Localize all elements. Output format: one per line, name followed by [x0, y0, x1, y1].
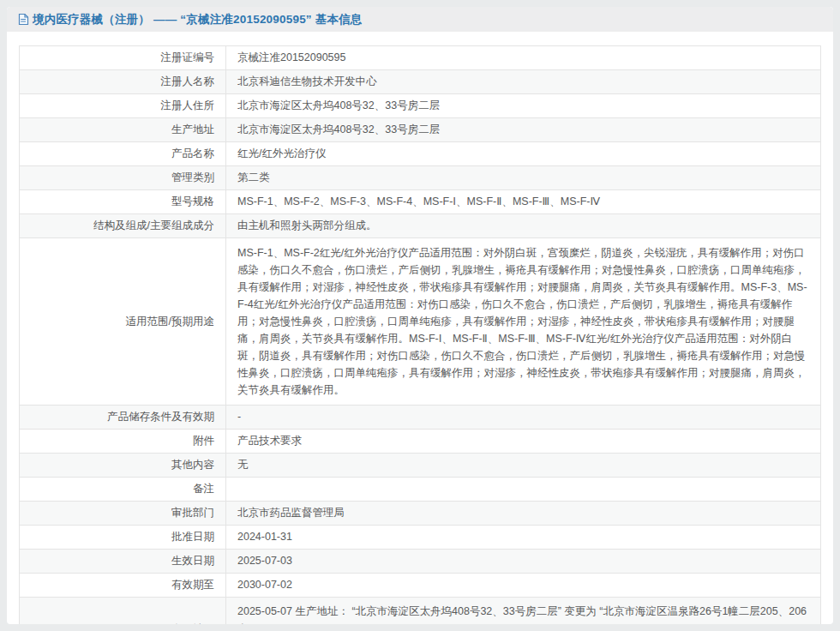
- row-value: -: [226, 406, 821, 430]
- row-other-content: 其他内容 无: [20, 454, 821, 478]
- document-icon: [17, 13, 29, 26]
- row-label: 结构及组成/主要组成成分: [20, 214, 226, 238]
- row-label: 批准日期: [20, 526, 226, 550]
- row-management-class: 管理类别 第二类: [20, 166, 821, 190]
- row-remarks: 备注: [20, 478, 821, 502]
- row-value: 第二类: [226, 166, 821, 190]
- row-value: 京械注准20152090595: [226, 46, 821, 70]
- panel-header: 境内医疗器械（注册） —— “京械注准20152090595” 基本信息: [7, 7, 833, 32]
- row-value: 北京市海淀区太舟坞408号32、33号房二层: [226, 118, 821, 142]
- row-label: 适用范围/预期用途: [20, 238, 226, 406]
- row-label: 附件: [20, 430, 226, 454]
- row-model-spec: 型号规格 MS-F-1、MS-F-2、MS-F-3、MS-F-4、MS-F-Ⅰ、…: [20, 190, 821, 214]
- row-label: 注册证编号: [20, 46, 226, 70]
- row-label: 生效日期: [20, 550, 226, 574]
- row-value: 2025-05-07 生产地址： “北京市海淀区太舟坞408号32、33号房二层…: [226, 598, 821, 625]
- row-value: MS-F-1、MS-F-2、MS-F-3、MS-F-4、MS-F-Ⅰ、MS-F-…: [226, 190, 821, 214]
- row-label: 审批部门: [20, 502, 226, 526]
- row-production-address: 生产地址 北京市海淀区太舟坞408号32、33号房二层: [20, 118, 821, 142]
- change-record: 2025-05-07 生产地址： “北京市海淀区太舟坞408号32、33号房二层…: [237, 603, 809, 624]
- row-label: 产品储存条件及有效期: [20, 406, 226, 430]
- row-change-status: 变更情况 2025-05-07 生产地址： “北京市海淀区太舟坞408号32、3…: [20, 598, 821, 625]
- row-label: 产品名称: [20, 142, 226, 166]
- row-value: 北京科迪信生物技术开发中心: [226, 70, 821, 94]
- registration-info-panel: 境内医疗器械（注册） —— “京械注准20152090595” 基本信息 注册证…: [7, 7, 833, 624]
- page-title: 境内医疗器械（注册） —— “京械注准20152090595” 基本信息: [33, 12, 363, 27]
- row-registration-number: 注册证编号 京械注准20152090595: [20, 46, 821, 70]
- row-value: 北京市海淀区太舟坞408号32、33号房二层: [226, 94, 821, 118]
- row-label: 变更情况: [20, 598, 226, 625]
- row-label: 有效期至: [20, 574, 226, 598]
- row-value: 2030-07-02: [226, 574, 821, 598]
- row-value: 由主机和照射头两部分组成。: [226, 214, 821, 238]
- row-product-name: 产品名称 红光/红外光治疗仪: [20, 142, 821, 166]
- row-scope-of-application: 适用范围/预期用途 MS-F-1、MS-F-2红光/红外光治疗仪产品适用范围：对…: [20, 238, 821, 406]
- row-value: 北京市药品监督管理局: [226, 502, 821, 526]
- row-value: MS-F-1、MS-F-2红光/红外光治疗仪产品适用范围：对外阴白斑，宫颈糜烂，…: [226, 238, 821, 406]
- row-approval-department: 审批部门 北京市药品监督管理局: [20, 502, 821, 526]
- row-value: [226, 478, 821, 502]
- row-value: 2025-07-03: [226, 550, 821, 574]
- row-valid-until: 有效期至 2030-07-02: [20, 574, 821, 598]
- row-registrant-name: 注册人名称 北京科迪信生物技术开发中心: [20, 70, 821, 94]
- row-approval-date: 批准日期 2024-01-31: [20, 526, 821, 550]
- panel-body: 注册证编号 京械注准20152090595 注册人名称 北京科迪信生物技术开发中…: [7, 32, 833, 624]
- row-label: 其他内容: [20, 454, 226, 478]
- registration-table: 注册证编号 京械注准20152090595 注册人名称 北京科迪信生物技术开发中…: [19, 45, 821, 624]
- row-registrant-address: 注册人住所 北京市海淀区太舟坞408号32、33号房二层: [20, 94, 821, 118]
- row-value: 2024-01-31: [226, 526, 821, 550]
- row-label: 管理类别: [20, 166, 226, 190]
- row-label: 生产地址: [20, 118, 226, 142]
- row-label: 备注: [20, 478, 226, 502]
- row-value: 无: [226, 454, 821, 478]
- row-label: 注册人名称: [20, 70, 226, 94]
- row-attachment: 附件 产品技术要求: [20, 430, 821, 454]
- row-effective-date: 生效日期 2025-07-03: [20, 550, 821, 574]
- row-structure-composition: 结构及组成/主要组成成分 由主机和照射头两部分组成。: [20, 214, 821, 238]
- row-label: 型号规格: [20, 190, 226, 214]
- row-value: 红光/红外光治疗仪: [226, 142, 821, 166]
- row-value: 产品技术要求: [226, 430, 821, 454]
- row-label: 注册人住所: [20, 94, 226, 118]
- row-storage-conditions: 产品储存条件及有效期 -: [20, 406, 821, 430]
